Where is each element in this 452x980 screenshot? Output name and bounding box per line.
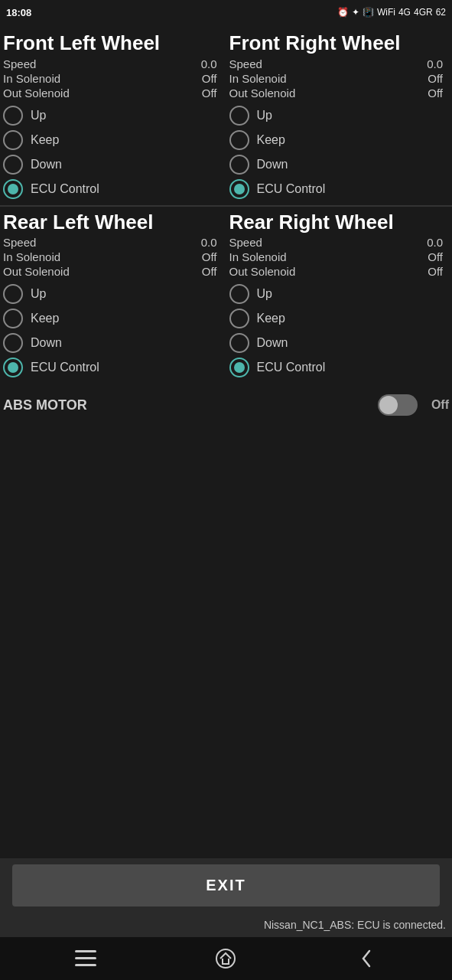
front-left-speed-row: Speed 0.0 xyxy=(3,57,220,70)
rear-right-ecu-option[interactable]: ECU Control xyxy=(229,358,447,377)
front-left-up-radio[interactable] xyxy=(3,106,23,126)
front-right-keep-radio[interactable] xyxy=(229,130,249,150)
svg-rect-1 xyxy=(75,957,96,959)
rear-right-insolenoid-label: In Solenoid xyxy=(229,250,287,263)
rear-left-outsolenoid-row: Out Solenoid Off xyxy=(3,265,220,278)
front-right-keep-label: Keep xyxy=(257,133,285,147)
front-right-speed-row: Speed 0.0 xyxy=(229,57,447,70)
rear-right-outsolenoid-value: Off xyxy=(428,265,443,278)
front-left-outsolenoid-row: Out Solenoid Off xyxy=(3,87,220,100)
status-icons: ⏰ ✦ 📳 WiFi 4G 4GR 62 xyxy=(337,7,446,18)
rear-left-speed-row: Speed 0.0 xyxy=(3,236,220,249)
front-right-up-option[interactable]: Up xyxy=(229,106,447,126)
front-left-speed-value: 0.0 xyxy=(201,57,217,70)
front-left-keep-label: Keep xyxy=(31,133,59,147)
status-time: 18:08 xyxy=(6,7,31,18)
rear-right-up-radio[interactable] xyxy=(229,284,249,304)
front-right-insolenoid-value: Off xyxy=(428,72,443,85)
front-left-keep-radio[interactable] xyxy=(3,130,23,150)
front-right-keep-option[interactable]: Keep xyxy=(229,130,447,150)
nav-home-button[interactable] xyxy=(206,939,245,978)
nav-menu-button[interactable] xyxy=(67,939,105,978)
rear-right-radio-group: Up Keep Down ECU Control xyxy=(229,284,447,377)
front-left-title: Front Left Wheel xyxy=(3,32,220,54)
front-right-ecu-radio[interactable] xyxy=(229,179,249,199)
front-left-keep-option[interactable]: Keep xyxy=(3,130,220,150)
front-right-ecu-option[interactable]: ECU Control xyxy=(229,179,447,199)
abs-motor-state: Off xyxy=(431,398,449,412)
battery-icon: 62 xyxy=(436,7,446,18)
rear-left-down-label: Down xyxy=(31,336,62,350)
ecu-status-bar: Nissan_NC1_ABS: ECU is connected. xyxy=(0,913,452,937)
wifi-icon: WiFi xyxy=(377,7,395,18)
front-right-down-label: Down xyxy=(257,158,288,172)
front-left-down-label: Down xyxy=(31,158,62,172)
front-left-ecu-option[interactable]: ECU Control xyxy=(3,179,220,199)
ecu-status-text: Nissan_NC1_ABS: ECU is connected. xyxy=(264,919,446,931)
front-right-speed-value: 0.0 xyxy=(427,57,443,70)
rear-left-up-radio[interactable] xyxy=(3,284,23,304)
front-left-up-label: Up xyxy=(31,109,46,122)
rear-right-down-label: Down xyxy=(257,336,288,350)
front-right-insolenoid-row: In Solenoid Off xyxy=(229,72,447,85)
exit-bar: EXIT xyxy=(0,858,452,913)
rear-left-up-option[interactable]: Up xyxy=(3,284,220,304)
front-left-outsolenoid-label: Out Solenoid xyxy=(3,87,70,100)
rear-left-insolenoid-value: Off xyxy=(202,250,217,263)
front-left-up-option[interactable]: Up xyxy=(3,106,220,126)
rear-right-ecu-radio[interactable] xyxy=(229,358,249,377)
front-left-insolenoid-label: In Solenoid xyxy=(3,72,60,85)
front-right-down-radio[interactable] xyxy=(229,155,249,175)
rear-right-down-radio[interactable] xyxy=(229,333,249,353)
rear-left-speed-label: Speed xyxy=(3,236,36,249)
svg-rect-0 xyxy=(75,950,96,952)
rear-left-down-radio[interactable] xyxy=(3,333,23,353)
rear-right-keep-label: Keep xyxy=(257,312,285,325)
front-right-up-radio[interactable] xyxy=(229,106,249,126)
front-right-insolenoid-label: In Solenoid xyxy=(229,72,287,85)
rear-left-ecu-radio[interactable] xyxy=(3,358,23,377)
exit-button[interactable]: EXIT xyxy=(12,864,440,906)
front-left-insolenoid-value: Off xyxy=(202,72,217,85)
rear-right-ecu-label: ECU Control xyxy=(257,361,326,374)
rear-right-keep-radio[interactable] xyxy=(229,309,249,328)
front-wheels-grid: Front Left Wheel Speed 0.0 In Solenoid O… xyxy=(0,28,452,205)
rear-right-section: Rear Right Wheel Speed 0.0 In Solenoid O… xyxy=(226,207,453,384)
rear-right-outsolenoid-label: Out Solenoid xyxy=(229,265,296,278)
front-right-up-label: Up xyxy=(257,109,272,122)
rear-right-keep-option[interactable]: Keep xyxy=(229,309,447,328)
front-left-outsolenoid-value: Off xyxy=(202,87,217,100)
nav-back-button[interactable] xyxy=(347,939,385,978)
front-left-section: Front Left Wheel Speed 0.0 In Solenoid O… xyxy=(0,28,226,205)
front-right-outsolenoid-label: Out Solenoid xyxy=(229,87,296,100)
abs-motor-knob xyxy=(379,396,398,414)
front-right-outsolenoid-row: Out Solenoid Off xyxy=(229,87,447,100)
rear-left-insolenoid-row: In Solenoid Off xyxy=(3,250,220,263)
front-left-down-radio[interactable] xyxy=(3,155,23,175)
rear-left-keep-option[interactable]: Keep xyxy=(3,309,220,328)
rear-left-keep-label: Keep xyxy=(31,312,59,325)
rear-left-outsolenoid-label: Out Solenoid xyxy=(3,265,70,278)
front-right-radio-group: Up Keep Down ECU Control xyxy=(229,106,447,199)
front-left-insolenoid-row: In Solenoid Off xyxy=(3,72,220,85)
abs-motor-row: ABS MOTOR Off xyxy=(0,384,452,426)
abs-motor-label: ABS MOTOR xyxy=(3,397,369,413)
rear-wheels-grid: Rear Left Wheel Speed 0.0 In Solenoid Of… xyxy=(0,207,452,384)
front-left-down-option[interactable]: Down xyxy=(3,155,220,175)
front-right-outsolenoid-value: Off xyxy=(428,87,443,100)
rear-right-up-label: Up xyxy=(257,287,272,301)
front-right-section: Front Right Wheel Speed 0.0 In Solenoid … xyxy=(226,28,453,205)
front-right-down-option[interactable]: Down xyxy=(229,155,447,175)
abs-motor-toggle[interactable] xyxy=(378,394,418,416)
svg-rect-2 xyxy=(75,964,96,966)
rear-left-ecu-label: ECU Control xyxy=(31,361,99,374)
rear-left-section: Rear Left Wheel Speed 0.0 In Solenoid Of… xyxy=(0,207,226,384)
rear-left-down-option[interactable]: Down xyxy=(3,333,220,353)
content-spacer xyxy=(0,642,452,858)
rear-left-ecu-option[interactable]: ECU Control xyxy=(3,358,220,377)
front-left-ecu-radio[interactable] xyxy=(3,179,23,199)
rear-right-down-option[interactable]: Down xyxy=(229,333,447,353)
front-right-ecu-label: ECU Control xyxy=(257,182,326,196)
rear-right-up-option[interactable]: Up xyxy=(229,284,447,304)
rear-left-keep-radio[interactable] xyxy=(3,309,23,328)
